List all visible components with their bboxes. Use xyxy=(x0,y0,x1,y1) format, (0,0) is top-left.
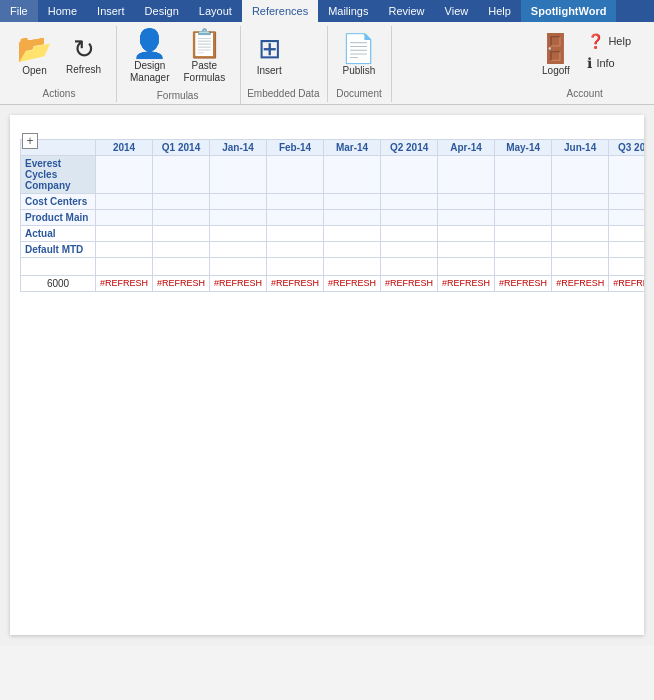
tab-help[interactable]: Help xyxy=(478,0,521,22)
cell xyxy=(609,156,644,194)
cell xyxy=(438,242,495,258)
cell-refresh-0: #REFRESH xyxy=(96,276,153,292)
embedded-data-group-label: Embedded Data xyxy=(247,86,319,102)
cell xyxy=(609,210,644,226)
refresh-button[interactable]: ↻ Refresh xyxy=(59,26,108,86)
header-q3-2014: Q3 2014 xyxy=(609,140,644,156)
open-label: Open xyxy=(22,65,46,77)
cell xyxy=(552,156,609,194)
cell xyxy=(96,210,153,226)
row-6000-label: 6000 xyxy=(21,276,96,292)
cell xyxy=(210,258,267,276)
table-row: Actual xyxy=(21,226,645,242)
cell xyxy=(210,210,267,226)
cell-refresh-4: #REFRESH xyxy=(324,276,381,292)
cell xyxy=(267,156,324,194)
cell xyxy=(96,258,153,276)
publish-label: Publish xyxy=(343,65,376,77)
document-area: + 2014 Q1 2014 Jan-14 Feb-14 Mar-14 Q2 2… xyxy=(0,105,654,645)
tab-design[interactable]: Design xyxy=(135,0,189,22)
table-row xyxy=(21,258,645,276)
cell xyxy=(495,194,552,210)
cell xyxy=(438,156,495,194)
cell-refresh-7: #REFRESH xyxy=(495,276,552,292)
cell xyxy=(267,258,324,276)
cell xyxy=(609,226,644,242)
table-row: Cost Centers xyxy=(21,194,645,210)
tab-view[interactable]: View xyxy=(435,0,479,22)
paste-formulas-button[interactable]: 📋 PasteFormulas xyxy=(176,26,232,88)
logoff-button[interactable]: 🚪 Logoff xyxy=(531,26,580,86)
cell xyxy=(438,258,495,276)
cell xyxy=(210,194,267,210)
cell xyxy=(552,194,609,210)
cell xyxy=(96,242,153,258)
cell xyxy=(324,242,381,258)
cell xyxy=(381,226,438,242)
table-container[interactable]: + 2014 Q1 2014 Jan-14 Feb-14 Mar-14 Q2 2… xyxy=(10,115,644,635)
cell-refresh-8: #REFRESH xyxy=(552,276,609,292)
cell-refresh-9: #REFRESH xyxy=(609,276,644,292)
row-label-company: Everest Cycles Company xyxy=(21,156,96,194)
ribbon-group-formulas: 👤 DesignManager 📋 PasteFormulas Formulas xyxy=(119,26,241,104)
tab-spotlightword[interactable]: SpotlightWord xyxy=(521,0,617,22)
cell xyxy=(438,194,495,210)
cell xyxy=(153,258,210,276)
cell xyxy=(438,210,495,226)
publish-icon: 📄 xyxy=(341,35,376,63)
cell xyxy=(210,226,267,242)
design-manager-button[interactable]: 👤 DesignManager xyxy=(123,26,176,88)
tab-file[interactable]: File xyxy=(0,0,38,22)
account-buttons: 🚪 Logoff ❓ Help ℹ Info Accoun xyxy=(531,26,638,102)
refresh-label: Refresh xyxy=(66,64,101,76)
logoff-icon: 🚪 xyxy=(538,35,573,63)
tab-references[interactable]: References xyxy=(242,0,318,22)
cell xyxy=(21,258,96,276)
cell xyxy=(381,194,438,210)
cell xyxy=(324,258,381,276)
actions-buttons: 📂 Open ↻ Refresh Actions xyxy=(10,26,108,102)
tab-mailings[interactable]: Mailings xyxy=(318,0,378,22)
cell-refresh-5: #REFRESH xyxy=(381,276,438,292)
ribbon-group-embedded-data: ⊞ Insert Embedded Data xyxy=(243,26,328,102)
header-may-14: May-14 xyxy=(495,140,552,156)
document-page: + 2014 Q1 2014 Jan-14 Feb-14 Mar-14 Q2 2… xyxy=(10,115,644,635)
cell xyxy=(552,242,609,258)
info-label: Info xyxy=(596,57,614,69)
cell xyxy=(495,210,552,226)
info-icon: ℹ xyxy=(587,55,592,71)
cell-refresh-6: #REFRESH xyxy=(438,276,495,292)
open-button[interactable]: 📂 Open xyxy=(10,26,59,86)
publish-button[interactable]: 📄 Publish xyxy=(334,26,383,86)
tab-insert[interactable]: Insert xyxy=(87,0,135,22)
document-group-label: Document xyxy=(334,86,383,102)
cell xyxy=(210,242,267,258)
cell xyxy=(153,226,210,242)
logoff-label: Logoff xyxy=(542,65,570,77)
cell xyxy=(495,258,552,276)
table-add-button[interactable]: + xyxy=(22,133,38,149)
formulas-group-label: Formulas xyxy=(123,88,232,104)
header-q1-2014: Q1 2014 xyxy=(153,140,210,156)
tab-review[interactable]: Review xyxy=(379,0,435,22)
cell xyxy=(210,156,267,194)
cell xyxy=(552,258,609,276)
header-jan-14: Jan-14 xyxy=(210,140,267,156)
cell xyxy=(267,226,324,242)
paste-formulas-icon: 📋 xyxy=(187,30,222,58)
help-icon: ❓ xyxy=(587,33,604,49)
cell xyxy=(96,194,153,210)
tab-layout[interactable]: Layout xyxy=(189,0,242,22)
tab-home[interactable]: Home xyxy=(38,0,87,22)
cell xyxy=(552,210,609,226)
table-row: Product Main xyxy=(21,210,645,226)
info-button[interactable]: ℹ Info xyxy=(580,52,638,74)
cell xyxy=(495,226,552,242)
cell xyxy=(153,210,210,226)
insert-button[interactable]: ⊞ Insert xyxy=(247,26,291,86)
help-button[interactable]: ❓ Help xyxy=(580,30,638,52)
cell xyxy=(153,242,210,258)
cell xyxy=(495,242,552,258)
design-manager-icon: 👤 xyxy=(132,30,167,58)
cell xyxy=(381,156,438,194)
